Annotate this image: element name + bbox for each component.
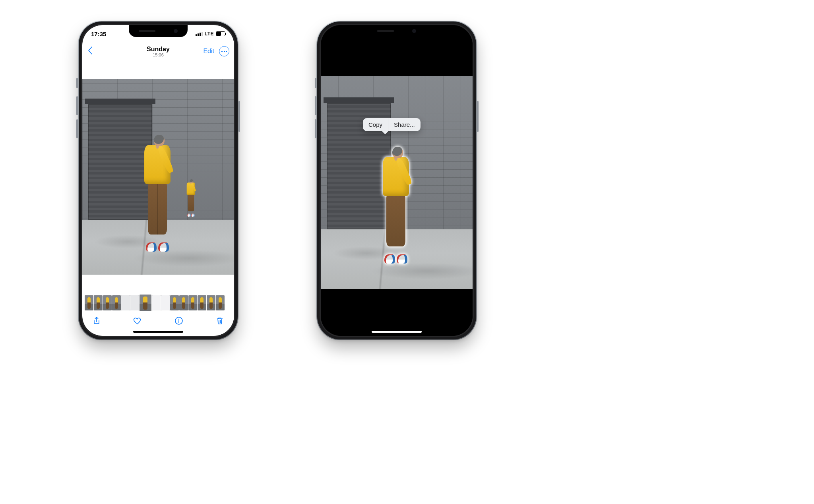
volume-up-button[interactable] [76,96,78,115]
photo-subject-person-small [184,179,198,216]
photo-viewer[interactable] [82,79,234,275]
lifted-subject[interactable] [374,147,418,261]
context-menu-share[interactable]: Share... [388,118,421,131]
back-button[interactable] [87,46,94,57]
volume-up-button[interactable] [315,96,316,115]
svg-point-2 [178,319,179,320]
scrubber-thumb[interactable] [130,295,139,310]
heart-icon [133,316,142,326]
scrubber-thumb[interactable] [112,295,121,310]
share-button[interactable] [92,316,101,327]
scrubber-thumb[interactable] [188,295,197,310]
scrubber-thumb[interactable] [121,295,130,310]
network-label: LTE [205,31,214,37]
delete-button[interactable] [215,316,225,327]
scrubber-thumb[interactable] [170,295,179,310]
edit-button[interactable]: Edit [203,48,214,55]
mute-switch[interactable] [76,78,78,88]
info-button[interactable] [174,316,184,327]
share-icon [92,316,101,326]
iphone-mockup-left: 17:35 LTE Sunday 15:06 Edit [79,21,238,339]
scrubber-thumb[interactable] [140,295,151,311]
scrubber-thumb[interactable] [216,295,225,310]
iphone-mockup-right: Copy Share... [317,21,476,339]
context-menu-copy[interactable]: Copy [363,118,388,131]
scrubber-thumb[interactable] [198,295,206,310]
photo-viewer[interactable]: Copy Share... [321,76,473,289]
photo-scrubber[interactable] [85,295,232,311]
subject-lift-screen: Copy Share... [321,25,473,336]
home-indicator[interactable] [133,331,183,333]
scrubber-thumb[interactable] [85,295,93,310]
scrubber-thumb[interactable] [152,295,161,310]
info-icon [174,316,184,326]
photo-subject-person [136,135,180,249]
cellular-signal-icon [196,32,203,36]
volume-down-button[interactable] [315,119,316,138]
notch [129,25,188,37]
mute-switch[interactable] [315,78,316,88]
scrubber-thumb[interactable] [179,295,188,310]
photos-detail-screen: 17:35 LTE Sunday 15:06 Edit [82,25,234,336]
clock: 17:35 [91,31,106,37]
nav-bar: Sunday 15:06 Edit [82,43,234,60]
power-button[interactable] [477,101,479,132]
scrubber-thumb[interactable] [161,295,170,310]
trash-icon [215,316,225,326]
context-menu: Copy Share... [363,118,421,131]
favorite-button[interactable] [133,316,142,327]
bottom-toolbar [82,313,234,330]
volume-down-button[interactable] [76,119,78,138]
scrubber-thumb[interactable] [103,295,112,310]
home-indicator[interactable] [372,331,422,333]
battery-icon [216,31,225,36]
scrubber-thumb[interactable] [94,295,103,310]
scrubber-thumb[interactable] [207,295,215,310]
notch [367,25,426,37]
more-button[interactable] [219,46,229,56]
chevron-left-icon [87,46,94,55]
power-button[interactable] [238,101,240,132]
